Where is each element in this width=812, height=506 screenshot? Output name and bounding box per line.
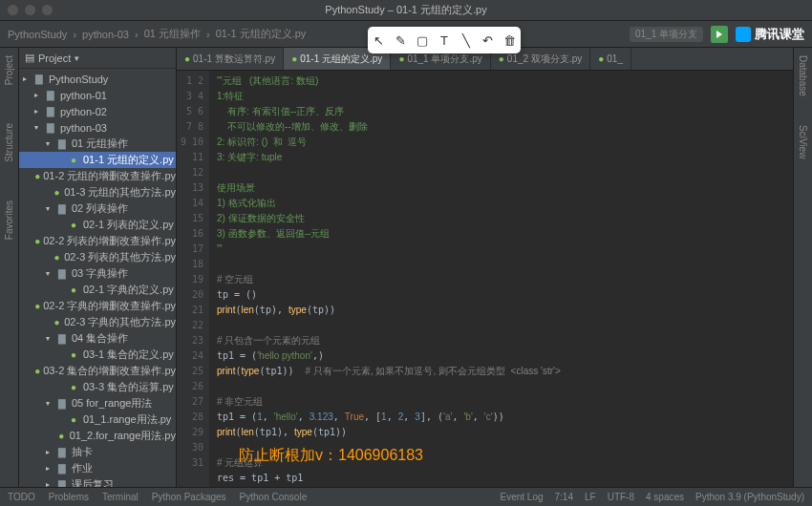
status-eventlog[interactable]: Event Log [500,492,543,502]
breadcrumb-d[interactable]: 01-1 元组的定义.py [216,27,307,41]
folder-icon: ▇ [55,333,69,344]
breadcrumb-a[interactable]: PythonStudy [8,29,67,40]
tree-item[interactable]: ▾▇05 for_range用法 [19,395,176,411]
py-icon: ● [67,220,80,230]
status-pypkg[interactable]: Python Packages [152,492,226,502]
status-todo[interactable]: TODO [8,492,35,502]
tree-item[interactable]: ▸▇作业 [19,460,176,476]
tree-item[interactable]: ▸▇python-01 [19,87,176,103]
tree-item[interactable]: ●02-2 字典的增删改查操作.py [19,298,176,314]
tree-item[interactable]: ●02-3 字典的其他方法.py [19,314,176,330]
folder-icon: ▇ [55,268,69,279]
project-sidebar: ▤ Project ▾ ▸▇PythonStudy▸▇python-01▸▇py… [19,48,177,487]
tree-item[interactable]: ▸▇PythonStudy [19,71,176,87]
tree-item[interactable]: ●01_2.for_range用法.py [19,428,176,444]
py-icon: ● [34,366,40,376]
tool-database[interactable]: Database [798,55,808,96]
window-title: PythonStudy – 01-1 元组的定义.py [325,3,486,17]
py-icon: ● [53,252,61,263]
tree-item[interactable]: ●01-2 元组的增删改查操作.py [19,168,176,184]
line-gutter: 1 2 3 4 5 6 7 8 9 10 11 12 13 14 15 16 1… [177,71,209,487]
tool-structure[interactable]: Structure [4,123,14,162]
status-bar: TODO Problems Terminal Python Packages P… [0,487,812,506]
py-icon: ● [34,301,40,311]
right-tool-strip: Database SciView [793,48,812,487]
tree-item[interactable]: ▾▇03 字典操作 [19,265,176,282]
code-area[interactable]: '''元组 (其他语言: 数组) 1:特征 有序: 有索引值--正序、反序 不可… [209,71,793,487]
py-icon: ● [67,285,80,295]
titlebar: PythonStudy – 01-1 元组的定义.py [0,0,812,21]
tree-item[interactable]: ●01-3 元组的其他方法.py [19,184,176,200]
folder-icon: ▇ [44,122,57,133]
folder-icon: ▇ [55,203,69,214]
tree-item[interactable]: ●01-1 元组的定义.py [19,152,176,168]
window-controls[interactable] [8,5,53,15]
py-icon: ● [67,349,80,360]
tree-item[interactable]: ▾▇04 集合操作 [19,330,176,347]
watermark-text: 防止断根加v：1406906183 [239,446,423,466]
py-icon: ● [53,317,61,327]
project-icon: ▤ [25,52,34,64]
status-problems[interactable]: Problems [49,492,89,502]
tree-item[interactable]: ●03-3 集合的运算.py [19,379,176,395]
py-icon: ● [56,431,67,441]
trash-icon[interactable]: 🗑 [502,32,517,48]
folder-icon: ▇ [55,398,69,409]
py-icon: ● [34,171,40,181]
line-sep[interactable]: LF [585,492,596,502]
text-icon[interactable]: T [437,32,452,48]
status-pyconsole[interactable]: Python Console [240,492,308,502]
folder-icon: ▇ [55,463,69,474]
py-icon: ● [67,382,80,392]
run-config[interactable]: 01_1 单项分支 [630,27,703,42]
tool-sciview[interactable]: SciView [798,125,808,158]
tree-item[interactable]: ▸▇课后复习 [19,476,176,487]
left-tool-strip: Project Structure Favorites [0,48,19,487]
py-icon: ● [67,414,80,425]
py-icon: ● [67,155,80,165]
run-button[interactable] [711,26,728,43]
status-terminal[interactable]: Terminal [102,492,139,502]
folder-icon: ▇ [55,138,69,149]
brand: 腾讯课堂 [736,26,804,43]
tree-item[interactable]: ▾▇02 列表操作 [19,200,176,217]
interpreter[interactable]: Python 3.9 (PythonStudy) [695,492,804,502]
annotation-toolbar[interactable]: ↖ ✎ ▢ T ╲ ↶ 🗑 [368,27,521,53]
encoding[interactable]: UTF-8 [608,492,634,502]
rect-icon[interactable]: ▢ [415,32,430,48]
tree-item[interactable]: ●03-2 集合的增删改查操作.py [19,363,176,379]
cursor-icon[interactable]: ↖ [371,32,386,48]
undo-icon[interactable]: ↶ [481,32,496,48]
indent[interactable]: 4 spaces [646,492,684,502]
py-icon: ● [34,236,40,246]
breadcrumb-c[interactable]: 01 元组操作 [144,27,201,41]
folder-icon: ▇ [55,479,69,487]
folder-icon: ▇ [44,106,57,116]
line-icon[interactable]: ╲ [459,32,474,48]
tree-item[interactable]: ▾▇python-03 [19,119,176,136]
tree-item[interactable]: ▾▇01 元组操作 [19,136,176,152]
py-icon: ● [53,187,61,198]
editor-tab[interactable]: ●01-1 算数运算符.py [177,48,284,70]
breadcrumb-b[interactable]: python-03 [82,29,129,40]
tree-item[interactable]: ●02-1 字典的定义.py [19,282,176,298]
tree-item[interactable]: ●03-1 集合的定义.py [19,347,176,363]
tool-favorites[interactable]: Favorites [4,200,14,240]
code-editor[interactable]: 1 2 3 4 5 6 7 8 9 10 11 12 13 14 15 16 1… [177,71,793,487]
tree-item[interactable]: ▸▇python-02 [19,103,176,119]
sidebar-header[interactable]: ▤ Project ▾ [19,48,176,69]
folder-icon: ▇ [55,447,69,457]
tree-item[interactable]: ●02-3 列表的其他方法.py [19,249,176,265]
folder-icon: ▇ [32,74,46,84]
brand-icon [736,27,751,42]
tree-item[interactable]: ▸▇抽卡 [19,444,176,460]
pencil-icon[interactable]: ✎ [393,32,408,48]
caret-pos: 7:14 [555,492,573,502]
project-tree[interactable]: ▸▇PythonStudy▸▇python-01▸▇python-02▾▇pyt… [19,69,176,487]
tool-project[interactable]: Project [4,55,14,85]
editor-tab[interactable]: ●01_ [590,48,631,70]
tree-item[interactable]: ●02-2 列表的增删改查操作.py [19,233,176,249]
folder-icon: ▇ [44,90,57,100]
tree-item[interactable]: ●01_1.range用法.py [19,411,176,428]
tree-item[interactable]: ●02-1 列表的定义.py [19,217,176,233]
